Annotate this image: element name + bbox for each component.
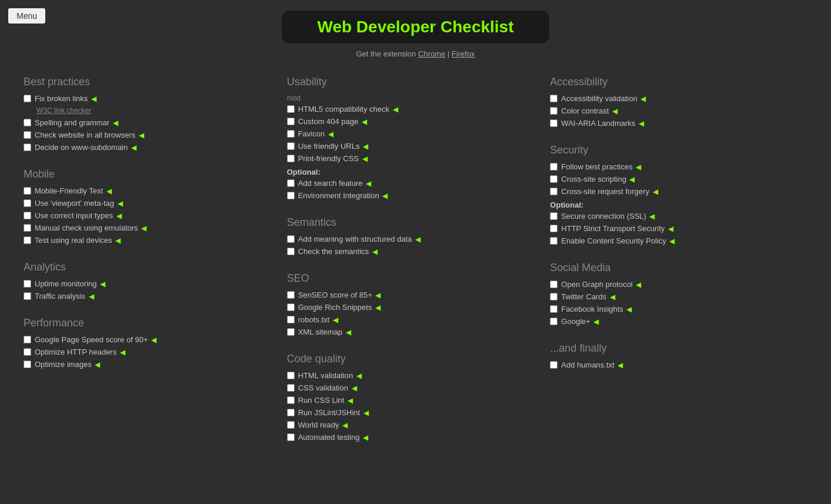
- label-friendly-urls[interactable]: Use friendly URLs ◀: [298, 142, 368, 151]
- checkbox-friendly-urls[interactable]: [287, 142, 295, 150]
- label-humans-txt[interactable]: Add humans.txt ◀: [561, 361, 623, 369]
- label-custom-404[interactable]: Custom 404 page ◀: [298, 117, 367, 126]
- label-viewport-meta[interactable]: Use 'viewport' meta-tag ◀: [35, 199, 123, 208]
- label-fix-broken-links[interactable]: Fix broken links ◀: [35, 94, 96, 103]
- label-http-headers[interactable]: Optimize HTTP headers ◀: [35, 348, 125, 356]
- checkbox-automated-testing[interactable]: [287, 433, 295, 441]
- checkbox-traffic-analysis[interactable]: [24, 292, 31, 300]
- label-xml-sitemap[interactable]: XML sitemap ◀: [298, 328, 351, 336]
- label-env-integration[interactable]: Environment Integration ◀: [298, 191, 388, 200]
- checkbox-search-feature[interactable]: [287, 179, 295, 187]
- label-jslint[interactable]: Run JSLint/JSHint ◀: [298, 408, 369, 417]
- checkbox-rich-snippets[interactable]: [287, 303, 295, 311]
- label-facebook-insights[interactable]: Facebook Insights ◀: [561, 305, 632, 313]
- label-rich-snippets[interactable]: Google Rich Snippets ◀: [298, 303, 381, 312]
- checkbox-google-plus[interactable]: [550, 318, 558, 325]
- label-structured-data[interactable]: Add meaning with structured data ◀: [298, 235, 420, 243]
- label-open-graph[interactable]: Open Graph protocol ◀: [561, 280, 641, 289]
- checkbox-custom-404[interactable]: [287, 118, 295, 125]
- label-twitter-cards[interactable]: Twitter Cards ◀: [561, 292, 615, 301]
- checkbox-page-speed[interactable]: [24, 336, 31, 343]
- checkbox-spelling-grammar[interactable]: [24, 119, 31, 126]
- label-spelling-grammar[interactable]: Spelling and grammar ◀: [35, 118, 118, 127]
- checkbox-input-types[interactable]: [24, 212, 31, 219]
- label-world-ready[interactable]: World ready ◀: [298, 420, 348, 429]
- label-html5-compat[interactable]: HTML5 compatibility check ◀: [298, 105, 398, 114]
- label-accessibility-validation[interactable]: Accessibility validation ◀: [561, 94, 646, 103]
- checkbox-twitter-cards[interactable]: [550, 293, 558, 301]
- checkbox-favicon[interactable]: [287, 130, 295, 138]
- checkbox-jslint[interactable]: [287, 409, 295, 416]
- checkbox-manual-emulators[interactable]: [24, 224, 31, 232]
- label-robots-txt[interactable]: robots.txt ◀: [298, 315, 338, 324]
- checkbox-html-validation[interactable]: [287, 372, 295, 379]
- checkbox-viewport-meta[interactable]: [24, 199, 31, 207]
- label-follow-best-practices[interactable]: Follow best practices ◀: [561, 162, 641, 171]
- checkbox-structured-data[interactable]: [287, 235, 295, 243]
- label-manual-emulators[interactable]: Manual check using emulators ◀: [35, 223, 146, 232]
- menu-button[interactable]: Menu: [8, 8, 45, 24]
- label-mobile-friendly[interactable]: Mobile-Friendly Test ◀: [35, 186, 112, 195]
- label-automated-testing[interactable]: Automated testing ◀: [298, 433, 368, 442]
- checkbox-xss[interactable]: [550, 175, 558, 183]
- checkbox-env-integration[interactable]: [287, 192, 295, 199]
- label-check-all-browsers[interactable]: Check website in all browsers ◀: [35, 131, 144, 139]
- arrow-icon: ◀: [342, 421, 348, 429]
- checkbox-color-contrast[interactable]: [550, 107, 558, 115]
- list-item: Manual check using emulators ◀: [24, 223, 281, 232]
- checkbox-css-lint[interactable]: [287, 396, 295, 404]
- label-csp[interactable]: Enable Content Security Policy ◀: [561, 236, 675, 245]
- checkbox-ssl[interactable]: [550, 212, 558, 220]
- chrome-link[interactable]: Chrome: [418, 49, 445, 58]
- label-ssl[interactable]: Secure connection (SSL) ◀: [561, 212, 655, 221]
- label-page-speed[interactable]: Google Page Speed score of 90+ ◀: [35, 335, 156, 344]
- checkbox-mobile-friendly[interactable]: [24, 187, 31, 195]
- checkbox-decide-www[interactable]: [24, 143, 31, 151]
- label-hsts[interactable]: HTTP Strict Transport Security ◀: [561, 224, 673, 233]
- checkbox-world-ready[interactable]: [287, 421, 295, 429]
- checkbox-css-validation[interactable]: [287, 384, 295, 392]
- label-print-css[interactable]: Print-friendly CSS ◀: [298, 154, 368, 163]
- label-input-types[interactable]: Use correct input types ◀: [35, 211, 122, 220]
- checkbox-wai-aria[interactable]: [550, 119, 558, 127]
- checkbox-print-css[interactable]: [287, 155, 295, 162]
- label-decide-www[interactable]: Decide on www-subdomain ◀: [35, 143, 136, 152]
- label-html-validation[interactable]: HTML validation ◀: [298, 371, 362, 380]
- label-xss[interactable]: Cross-site scripting ◀: [561, 175, 635, 183]
- checkbox-html5-compat[interactable]: [287, 105, 295, 113]
- w3c-link-hint[interactable]: W3C link checker: [36, 106, 281, 115]
- label-real-devices[interactable]: Test using real devices ◀: [35, 236, 121, 245]
- firefox-link[interactable]: Firefox: [452, 49, 475, 58]
- checkbox-uptime-monitoring[interactable]: [24, 280, 31, 288]
- checkbox-check-all-browsers[interactable]: [24, 131, 31, 139]
- checkbox-accessibility-validation[interactable]: [550, 95, 558, 102]
- checkbox-csrf[interactable]: [550, 188, 558, 195]
- checkbox-humans-txt[interactable]: [550, 361, 558, 369]
- checkbox-facebook-insights[interactable]: [550, 305, 558, 313]
- label-css-lint[interactable]: Run CSS Lint ◀: [298, 396, 353, 405]
- checkbox-follow-best-practices[interactable]: [550, 163, 558, 171]
- checkbox-open-graph[interactable]: [550, 281, 558, 288]
- label-google-plus[interactable]: Google+ ◀: [561, 317, 599, 326]
- checkbox-xml-sitemap[interactable]: [287, 328, 295, 336]
- label-uptime-monitoring[interactable]: Uptime monitoring ◀: [35, 279, 105, 288]
- checkbox-real-devices[interactable]: [24, 236, 31, 244]
- label-senseo-score[interactable]: SenSEO score of 85+ ◀: [298, 291, 381, 299]
- label-wai-aria[interactable]: WAI-ARIA Landmarks ◀: [561, 119, 644, 128]
- label-color-contrast[interactable]: Color contrast ◀: [561, 106, 618, 115]
- label-css-validation[interactable]: CSS validation ◀: [298, 383, 357, 392]
- label-traffic-analysis[interactable]: Traffic analysis ◀: [35, 292, 94, 301]
- checkbox-robots-txt[interactable]: [287, 316, 295, 323]
- checkbox-fix-broken-links[interactable]: [24, 95, 31, 102]
- label-search-feature[interactable]: Add search feature ◀: [298, 179, 371, 188]
- checkbox-optimize-images[interactable]: [24, 361, 31, 368]
- checkbox-check-semantics[interactable]: [287, 248, 295, 255]
- label-optimize-images[interactable]: Optimize images ◀: [35, 360, 100, 369]
- checkbox-senseo-score[interactable]: [287, 291, 295, 299]
- checkbox-http-headers[interactable]: [24, 348, 31, 356]
- label-check-semantics[interactable]: Check the semantics ◀: [298, 247, 378, 256]
- label-favicon[interactable]: Favicon ◀: [298, 129, 333, 138]
- label-csrf[interactable]: Cross-site request forgery ◀: [561, 187, 658, 196]
- checkbox-csp[interactable]: [550, 237, 558, 245]
- checkbox-hsts[interactable]: [550, 225, 558, 232]
